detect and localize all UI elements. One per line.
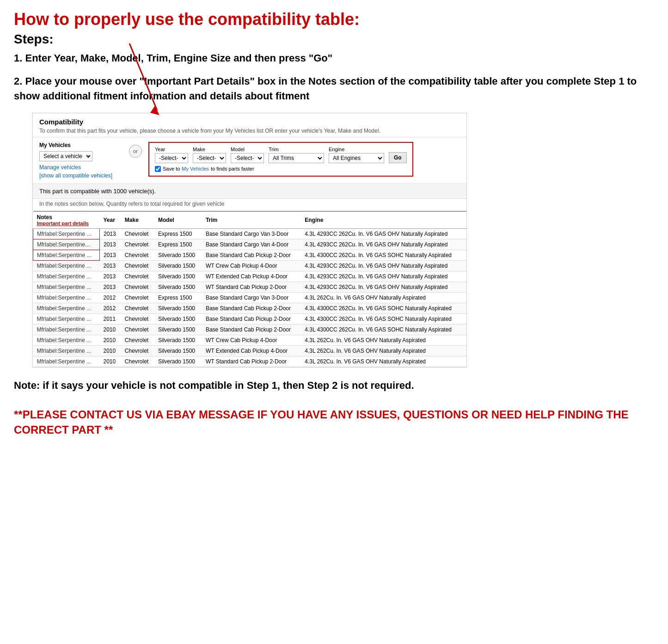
cell-make: Chevrolet (121, 228, 154, 239)
cell-make: Chevrolet (121, 335, 154, 345)
table-row: Mfrlabel:Serpentine... 2013 Chevrolet Ex… (33, 239, 467, 250)
cell-notes: Mfrlabel:Serpentine ... (33, 356, 100, 367)
trim-select[interactable]: All Trims (269, 153, 324, 163)
cell-make: Chevrolet (121, 292, 154, 303)
cell-model: Silverado 1500 (154, 313, 202, 324)
cell-notes: Mfrlabel:Serpentine ... (33, 228, 100, 239)
cell-year: 2010 (100, 324, 121, 335)
col-notes: Notes Important part details (33, 211, 100, 229)
cell-model: Silverado 1500 (154, 324, 202, 335)
cell-engine: 4.3L 4300CC 262Cu. In. V6 GAS SOHC Natur… (301, 313, 466, 324)
important-part-details-link[interactable]: Important part details (37, 221, 96, 226)
cell-model: Silverado 1500 (154, 282, 202, 292)
my-vehicles-label: My Vehicles (39, 142, 123, 148)
cell-notes: Mfrlabel:Serpentine ... (33, 250, 100, 260)
cell-model: Silverado 1500 (154, 250, 202, 260)
show-all-link[interactable]: [show all compatible vehicles] (39, 172, 123, 179)
year-select[interactable]: -Select- (155, 153, 188, 163)
cell-notes: Mfrlabel:Serpentine ... (33, 335, 100, 345)
cell-make: Chevrolet (121, 271, 154, 282)
make-label: Make (193, 147, 226, 152)
cell-trim: Base Standard Cargo Van 3-Door (202, 292, 301, 303)
trim-label: Trim (269, 147, 324, 152)
steps-heading: Steps: (14, 32, 654, 47)
table-row: Mfrlabel:Serpentine ... 2013 Chevrolet S… (33, 282, 467, 292)
save-text-suffix: to finds parts faster (211, 166, 254, 172)
cell-trim: WT Standard Cab Pickup 2-Door (202, 282, 301, 292)
cell-year: 2013 (100, 228, 121, 239)
cell-engine: 4.3L 262Cu. In. V6 GAS OHV Naturally Asp… (301, 335, 466, 345)
contact-text: **PLEASE CONTACT US VIA EBAY MESSAGE IF … (14, 407, 654, 438)
step2-text: 2. Place your mouse over "Important Part… (14, 74, 654, 104)
make-select[interactable]: -Select- (193, 153, 226, 163)
cell-engine: 4.3L 4293CC 262Cu. In. V6 GAS OHV Natura… (301, 239, 466, 250)
cell-notes: Mfrlabel:Serpentine... (33, 239, 100, 250)
table-row: Mfrlabel:Serpentine ... 2013 Chevrolet S… (33, 271, 467, 282)
cell-model: Express 1500 (154, 228, 202, 239)
cell-make: Chevrolet (121, 303, 154, 313)
cell-model: Express 1500 (154, 239, 202, 250)
cell-year: 2013 (100, 250, 121, 260)
go-button[interactable]: Go (389, 152, 407, 163)
cell-trim: Base Standard Cab Pickup 2-Door (202, 313, 301, 324)
cell-model: Silverado 1500 (154, 303, 202, 313)
save-checkbox[interactable] (155, 166, 161, 172)
engine-label: Engine (329, 147, 384, 152)
compat-title: Compatibility (39, 118, 460, 126)
compat-desc: To confirm that this part fits your vehi… (39, 128, 460, 134)
cell-engine: 4.3L 4293CC 262Cu. In. V6 GAS OHV Natura… (301, 271, 466, 282)
cell-year: 2012 (100, 292, 121, 303)
cell-year: 2013 (100, 239, 121, 250)
cell-year: 2010 (100, 335, 121, 345)
note-text: Note: if it says your vehicle is not com… (14, 379, 654, 393)
cell-make: Chevrolet (121, 250, 154, 260)
table-header-row: Notes Important part details Year Make M… (33, 211, 467, 229)
trim-field-group: Trim All Trims (269, 147, 324, 163)
cell-year: 2010 (100, 345, 121, 356)
table-row: Mfrlabel:Serpentine ... 2012 Chevrolet S… (33, 303, 467, 313)
select-vehicle-dropdown[interactable]: Select a vehicle (39, 151, 92, 161)
cell-engine: 4.3L 262Cu. In. V6 GAS OHV Naturally Asp… (301, 356, 466, 367)
cell-notes: Mfrlabel:Serpentine ... (33, 282, 100, 292)
cell-trim: Base Standard Cargo Van 3-Door (202, 228, 301, 239)
table-row: Mfrlabel:Serpentine ... 2010 Chevrolet S… (33, 345, 467, 356)
cell-notes: Mfrlabel:Serpentine ... (33, 292, 100, 303)
table-row: Mfrlabel:Serpentine ... 2011 Chevrolet S… (33, 313, 467, 324)
select-vehicle-wrapper[interactable]: Select a vehicle (39, 151, 92, 161)
cell-engine: 4.3L 262Cu. In. V6 GAS OHV Naturally Asp… (301, 292, 466, 303)
select-vehicle-row: Select a vehicle (39, 151, 123, 161)
model-field-group: Model -Select- (231, 147, 264, 163)
compat-body: My Vehicles Select a vehicle Manage vehi… (33, 137, 466, 184)
compatibility-widget: Compatibility To confirm that this part … (32, 113, 467, 368)
save-text-prefix: Save to (163, 166, 180, 172)
cell-engine: 4.3L 4293CC 262Cu. In. V6 GAS OHV Natura… (301, 282, 466, 292)
enter-vehicle-section: Year -Select- Make -Select- Mo (148, 142, 413, 177)
cell-trim: Base Standard Cab Pickup 2-Door (202, 324, 301, 335)
engine-select[interactable]: All Engines (329, 153, 384, 163)
manage-vehicles-link[interactable]: Manage vehicles (39, 164, 123, 171)
year-label: Year (155, 147, 188, 152)
cell-engine: 4.3L 4300CC 262Cu. In. V6 GAS SOHC Natur… (301, 303, 466, 313)
cell-engine: 4.3L 4300CC 262Cu. In. V6 GAS SOHC Natur… (301, 324, 466, 335)
step1-text: 1. Enter Year, Make, Model, Trim, Engine… (14, 51, 654, 66)
compatibility-table: Notes Important part details Year Make M… (33, 211, 466, 367)
col-trim: Trim (202, 211, 301, 229)
compat-count-bar: This part is compatible with 1000 vehicl… (33, 184, 466, 199)
cell-trim: WT Standard Cab Pickup 2-Door (202, 356, 301, 367)
engine-field-group: Engine All Engines (329, 147, 384, 163)
cell-model: Express 1500 (154, 292, 202, 303)
table-body: Mfrlabel:Serpentine ... 2013 Chevrolet E… (33, 228, 467, 367)
col-model: Model (154, 211, 202, 229)
cell-trim: WT Crew Cab Pickup 4-Door (202, 335, 301, 345)
cell-engine: 4.3L 4293CC 262Cu. In. V6 GAS OHV Natura… (301, 228, 466, 239)
cell-year: 2013 (100, 282, 121, 292)
save-vehicles-row: Save to My Vehicles to finds parts faste… (155, 166, 407, 172)
cell-make: Chevrolet (121, 239, 154, 250)
cell-engine: 4.3L 262Cu. In. V6 GAS OHV Naturally Asp… (301, 345, 466, 356)
save-my-vehicles-link[interactable]: My Vehicles (182, 166, 209, 172)
cell-engine: 4.3L 4293CC 262Cu. In. V6 GAS OHV Natura… (301, 260, 466, 271)
table-row: Mfrlabel:Serpentine ... 2010 Chevrolet S… (33, 335, 467, 345)
cell-year: 2013 (100, 271, 121, 282)
cell-year: 2011 (100, 313, 121, 324)
model-select[interactable]: -Select- (231, 153, 264, 163)
